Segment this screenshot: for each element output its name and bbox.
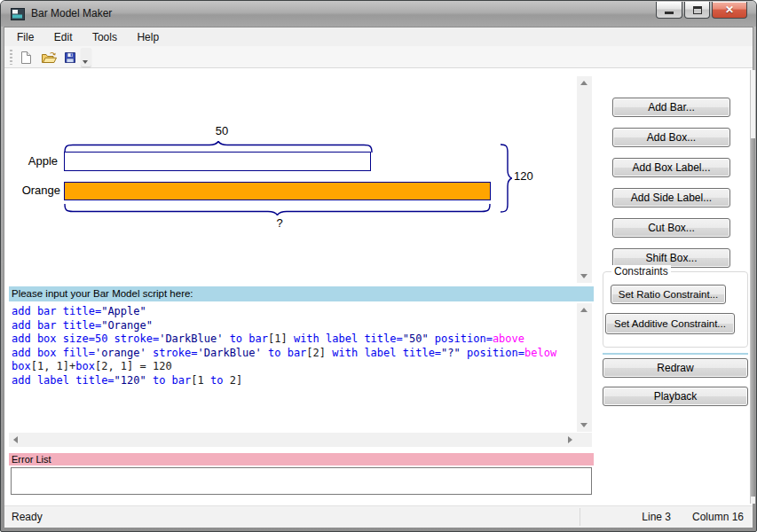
toolbar-overflow-button[interactable] bbox=[81, 48, 91, 66]
editor-horizontal-scrollbar[interactable] bbox=[9, 433, 577, 447]
redraw-button[interactable]: Redraw bbox=[603, 358, 748, 378]
box-label-50: 50 bbox=[146, 124, 297, 137]
error-list-box[interactable] bbox=[11, 467, 592, 495]
application-window: Bar Model Maker ✕ File Edit Tools Help bbox=[0, 0, 757, 532]
scroll-up-icon[interactable] bbox=[580, 81, 587, 85]
open-file-icon bbox=[41, 51, 58, 65]
bar-label-apple: Apple bbox=[4, 154, 58, 168]
menu-tools[interactable]: Tools bbox=[84, 27, 125, 46]
toolbar-grip bbox=[10, 50, 12, 65]
status-ready: Ready bbox=[12, 506, 43, 528]
side-label-120: 120 bbox=[514, 169, 533, 183]
add-box-button[interactable]: Add Box... bbox=[612, 128, 730, 147]
save-file-button[interactable] bbox=[59, 47, 81, 67]
code-line: add bar title="Apple" bbox=[12, 305, 577, 319]
constraints-group: Constraints Set Ratio Constraint... Set … bbox=[603, 271, 748, 348]
status-bar: Ready Line 3 Column 16 bbox=[4, 505, 753, 528]
playback-button[interactable]: Playback bbox=[603, 387, 748, 406]
code-line: add label title="120" to bar[1 to 2] bbox=[12, 374, 577, 388]
maximize-icon bbox=[693, 6, 702, 14]
code-line: add box fill='orange' stroke='DarkBlue' … bbox=[12, 347, 577, 361]
constraints-group-label: Constraints bbox=[611, 265, 671, 278]
maximize-button[interactable] bbox=[684, 2, 710, 19]
editor-vertical-scrollbar[interactable] bbox=[577, 303, 592, 432]
add-box-label-button[interactable]: Add Box Label... bbox=[612, 158, 730, 177]
status-line-indicator: Line 3 bbox=[642, 506, 671, 528]
code-line: box[1, 1]+box[2, 1] = 120 bbox=[12, 360, 577, 374]
minimize-icon bbox=[665, 12, 674, 14]
set-additive-constraint-button[interactable]: Set Additive Constraint... bbox=[605, 313, 735, 334]
scrollbar-corner bbox=[577, 433, 592, 447]
menu-edit[interactable]: Edit bbox=[46, 27, 81, 46]
open-file-button[interactable] bbox=[38, 47, 59, 67]
app-icon bbox=[11, 7, 25, 21]
bar-label-orange: Orange bbox=[4, 184, 60, 197]
apple-box[interactable] bbox=[64, 152, 371, 171]
cut-box-button[interactable]: Cut Box... bbox=[612, 218, 730, 238]
canvas-vertical-scrollbar[interactable] bbox=[577, 76, 592, 283]
new-file-button[interactable] bbox=[15, 47, 36, 67]
side-brace bbox=[500, 144, 512, 213]
box-label-question: ? bbox=[209, 216, 351, 230]
orange-box[interactable] bbox=[64, 182, 491, 200]
title-bar[interactable]: Bar Model Maker ✕ bbox=[1, 1, 756, 27]
scroll-up-icon[interactable] bbox=[580, 308, 587, 312]
close-icon: ✕ bbox=[725, 4, 734, 16]
close-button[interactable]: ✕ bbox=[712, 2, 747, 19]
panel-scrollbar[interactable] bbox=[750, 70, 755, 504]
script-editor-header: Please input your Bar Model script here: bbox=[9, 286, 594, 301]
script-editor[interactable]: add bar title="Apple"add bar title="Oran… bbox=[9, 301, 577, 432]
window-title: Bar Model Maker bbox=[31, 1, 112, 27]
scroll-down-icon[interactable] bbox=[580, 423, 587, 427]
bar-model-canvas[interactable]: 50 Apple Orange ? 120 bbox=[4, 69, 577, 284]
error-list-header: Error List bbox=[9, 453, 594, 466]
menu-file[interactable]: File bbox=[9, 27, 42, 46]
menu-help[interactable]: Help bbox=[129, 27, 167, 46]
code-line: add box size=50 stroke='DarkBlue' to bar… bbox=[12, 332, 577, 347]
status-separator bbox=[580, 508, 580, 526]
new-file-icon bbox=[19, 51, 33, 65]
add-side-label-button[interactable]: Add Side Label... bbox=[612, 188, 730, 207]
chevron-down-icon bbox=[83, 60, 88, 64]
status-column-indicator: Column 16 bbox=[692, 506, 744, 528]
scroll-down-icon[interactable] bbox=[580, 274, 587, 278]
panel-separator bbox=[603, 353, 748, 355]
set-ratio-constraint-button[interactable]: Set Ratio Constraint... bbox=[611, 285, 726, 304]
under-brace bbox=[64, 204, 491, 215]
scroll-left-icon[interactable] bbox=[13, 436, 18, 443]
scroll-right-icon[interactable] bbox=[568, 436, 572, 443]
menu-bar: File Edit Tools Help bbox=[4, 27, 753, 46]
toolbar bbox=[4, 46, 753, 68]
panel-scrollbar-thumb[interactable] bbox=[751, 138, 755, 497]
save-file-icon bbox=[63, 51, 77, 65]
code-line: add bar title="Orange" bbox=[12, 319, 577, 333]
minimize-button[interactable] bbox=[656, 2, 682, 19]
add-bar-button[interactable]: Add Bar... bbox=[612, 98, 730, 117]
